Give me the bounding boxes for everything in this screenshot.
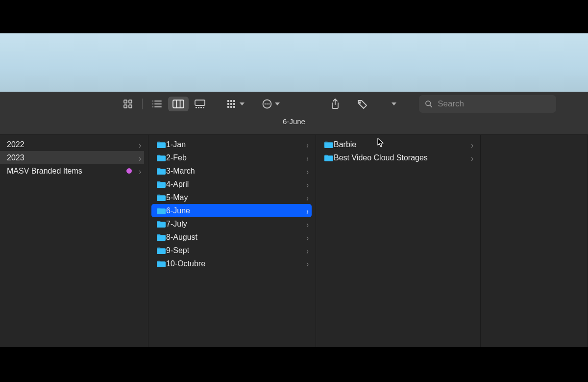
chevron-right-icon: › bbox=[306, 153, 309, 163]
chevron-right-icon: › bbox=[306, 205, 309, 216]
folder-icon bbox=[324, 141, 334, 149]
folder-name: 3-March bbox=[166, 167, 195, 176]
chevron-right-icon: › bbox=[471, 153, 473, 163]
svg-point-31 bbox=[360, 102, 361, 103]
svg-rect-10 bbox=[173, 100, 184, 108]
folder-icon bbox=[156, 167, 166, 175]
divider bbox=[142, 99, 143, 109]
window-title: 6-June bbox=[283, 117, 305, 126]
folder-row[interactable]: 9-Sept › bbox=[151, 244, 312, 257]
view-icons-button[interactable] bbox=[118, 97, 138, 111]
svg-rect-23 bbox=[233, 103, 235, 105]
folder-icon bbox=[156, 141, 166, 149]
folder-row[interactable]: 6-June › bbox=[151, 204, 312, 217]
folder-row[interactable]: 2022 › bbox=[0, 138, 144, 151]
folder-name: Best Video Cloud Storages bbox=[334, 153, 428, 162]
view-gallery-button[interactable] bbox=[190, 97, 210, 111]
svg-point-28 bbox=[264, 103, 266, 105]
folder-row[interactable]: 4-April › bbox=[151, 178, 312, 191]
column-1[interactable]: 1-Jan › 2-Feb › 3-March › 4-April › 5-Ma… bbox=[148, 135, 316, 347]
folder-icon bbox=[156, 207, 166, 215]
svg-rect-2 bbox=[124, 105, 127, 108]
svg-point-30 bbox=[268, 103, 270, 105]
column-browser: 2022 › 2023 › MASV Branded Items › 1-Jan… bbox=[0, 135, 588, 347]
folder-icon bbox=[156, 180, 166, 188]
folder-row[interactable]: 10-Octubre › bbox=[151, 257, 312, 270]
svg-rect-25 bbox=[230, 106, 232, 108]
window-title-bar: 6-June bbox=[0, 116, 588, 135]
folder-name: 8-August bbox=[166, 233, 197, 242]
share-button[interactable] bbox=[325, 97, 345, 111]
svg-line-33 bbox=[430, 105, 432, 107]
action-menu-button[interactable] bbox=[260, 97, 281, 111]
svg-point-6 bbox=[152, 103, 153, 104]
folder-icon bbox=[156, 194, 166, 202]
folder-name: MASV Branded Items bbox=[7, 167, 82, 176]
view-switcher bbox=[118, 97, 210, 111]
svg-rect-24 bbox=[227, 106, 229, 108]
chevron-right-icon: › bbox=[306, 179, 309, 189]
folder-name: 1-Jan bbox=[166, 140, 186, 149]
folder-row[interactable]: MASV Branded Items › bbox=[0, 164, 144, 178]
folder-icon bbox=[156, 220, 166, 228]
folder-row[interactable]: 8-August › bbox=[151, 230, 312, 244]
search-icon bbox=[425, 100, 433, 108]
svg-rect-17 bbox=[203, 107, 204, 108]
svg-rect-0 bbox=[124, 100, 127, 103]
svg-point-4 bbox=[152, 101, 153, 102]
tags-button[interactable] bbox=[352, 97, 373, 111]
chevron-right-icon: › bbox=[139, 166, 141, 176]
chevron-down-icon bbox=[392, 102, 396, 105]
folder-row[interactable]: 7-July › bbox=[151, 217, 312, 230]
folder-row[interactable]: 3-March › bbox=[151, 164, 312, 178]
svg-rect-20 bbox=[233, 100, 235, 102]
search-field[interactable] bbox=[419, 95, 556, 113]
folder-name: 10-Octubre bbox=[166, 259, 205, 268]
desktop-wallpaper bbox=[0, 33, 588, 92]
more-dropdown-button[interactable] bbox=[384, 97, 404, 111]
group-by-button[interactable] bbox=[225, 97, 245, 111]
folder-row[interactable]: 2023 › bbox=[0, 151, 144, 164]
view-list-button[interactable] bbox=[147, 97, 167, 111]
chevron-right-icon: › bbox=[471, 139, 473, 150]
letterbox-top bbox=[0, 0, 588, 33]
folder-name: Barbie bbox=[334, 140, 356, 149]
folder-name: 2-Feb bbox=[166, 153, 187, 162]
folder-name: 5-May bbox=[166, 193, 188, 202]
view-columns-button[interactable] bbox=[168, 97, 189, 111]
svg-rect-3 bbox=[129, 105, 132, 108]
cursor-icon bbox=[377, 138, 384, 148]
chevron-right-icon: › bbox=[306, 192, 309, 203]
chevron-right-icon: › bbox=[306, 245, 309, 255]
chevron-right-icon: › bbox=[139, 139, 141, 150]
folder-name: 2023 bbox=[7, 153, 24, 162]
folder-row[interactable]: Barbie › bbox=[319, 138, 476, 151]
tag-dot-purple bbox=[126, 168, 132, 174]
chevron-down-icon bbox=[275, 102, 280, 105]
svg-rect-22 bbox=[230, 103, 232, 105]
chevron-right-icon: › bbox=[306, 258, 309, 269]
action-segment bbox=[260, 97, 281, 111]
column-3[interactable] bbox=[481, 135, 588, 347]
folder-row[interactable]: 1-Jan › bbox=[151, 138, 312, 151]
folder-row[interactable]: 5-May › bbox=[151, 191, 312, 204]
folder-name: 4-April bbox=[166, 180, 189, 189]
svg-rect-19 bbox=[230, 100, 232, 102]
search-input[interactable] bbox=[438, 99, 550, 109]
folder-icon bbox=[324, 154, 334, 162]
svg-point-29 bbox=[266, 103, 268, 105]
folder-row[interactable]: Best Video Cloud Storages › bbox=[319, 151, 476, 164]
svg-rect-15 bbox=[198, 107, 199, 108]
svg-rect-13 bbox=[195, 100, 205, 105]
svg-rect-14 bbox=[196, 107, 197, 108]
folder-name: 9-Sept bbox=[166, 246, 189, 255]
chevron-right-icon: › bbox=[306, 219, 309, 229]
column-0[interactable]: 2022 › 2023 › MASV Branded Items › bbox=[0, 135, 148, 347]
chevron-right-icon: › bbox=[306, 232, 309, 242]
chevron-right-icon: › bbox=[139, 153, 141, 163]
svg-rect-16 bbox=[200, 107, 202, 108]
folder-row[interactable]: 2-Feb › bbox=[151, 151, 312, 164]
letterbox-bottom bbox=[0, 347, 588, 382]
svg-rect-18 bbox=[227, 100, 229, 102]
column-2[interactable]: Barbie › Best Video Cloud Storages › bbox=[316, 135, 481, 347]
